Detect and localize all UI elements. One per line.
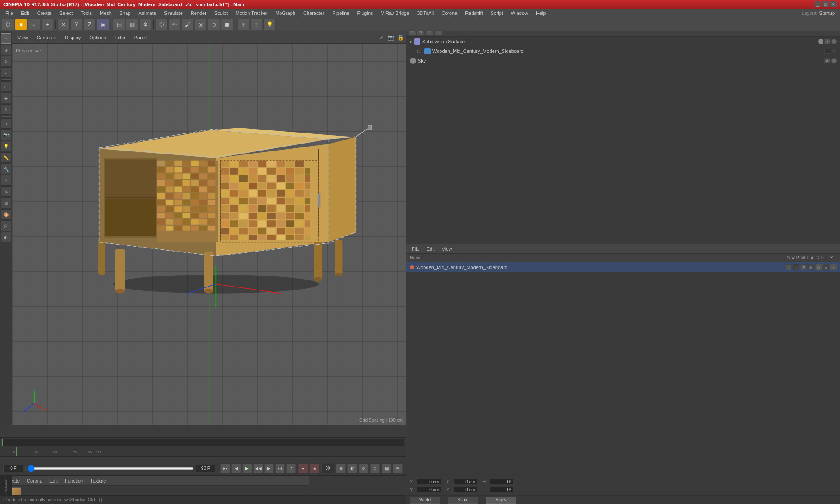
tree-sky-dot[interactable]	[831, 58, 836, 63]
minimize-button[interactable]: _	[815, 1, 821, 7]
play-button[interactable]: ▶	[242, 464, 252, 473]
toolbar-z[interactable]: Z	[84, 19, 96, 30]
tool-pen[interactable]: ✎	[1, 104, 11, 115]
toolbar-mode3[interactable]: ○	[28, 19, 40, 30]
next-frame-button[interactable]: ▶	[264, 464, 274, 473]
coord-p-value[interactable]: 0°	[490, 486, 514, 493]
mode-btn4[interactable]: □	[370, 464, 380, 473]
tool-deform[interactable]: ⊗	[1, 186, 11, 197]
viewport-icon-expand[interactable]: ⤢	[377, 34, 385, 42]
coord-x2-value[interactable]: 0 cm	[453, 479, 477, 485]
tool-camera[interactable]: 📷	[1, 130, 11, 140]
material-function-tab[interactable]: Function	[63, 477, 85, 484]
menu-pipeline[interactable]: Pipeline	[329, 10, 353, 17]
mode-btn3[interactable]: ⊙	[359, 464, 368, 473]
timeline-bar[interactable]	[0, 438, 406, 447]
viewport-menu-cameras[interactable]: Cameras	[33, 34, 60, 41]
current-frame-input[interactable]	[4, 465, 23, 472]
tree-sky-checkmark[interactable]: ✓	[824, 58, 830, 63]
loop-button[interactable]: ↺	[286, 464, 296, 473]
tool-scale[interactable]: ⤢	[1, 67, 11, 78]
attr-icon4[interactable]: ▤	[808, 264, 814, 270]
menu-mograph[interactable]: MoGraph	[272, 10, 299, 17]
menu-mesh[interactable]: Mesh	[96, 10, 115, 17]
viewport-menu-filter[interactable]: Filter	[111, 34, 129, 41]
toolbar-fill[interactable]: ◇	[208, 19, 220, 30]
tool-rotate[interactable]: ↻	[1, 56, 11, 66]
toolbar-paint[interactable]: 🖌	[182, 19, 194, 30]
menu-plugins[interactable]: Plugins	[354, 10, 376, 17]
toolbar-eraser[interactable]: ◎	[195, 19, 207, 30]
menu-create[interactable]: Create	[34, 10, 55, 17]
tree-dot-s[interactable]	[818, 39, 823, 44]
stop-button[interactable]: ■	[310, 464, 319, 473]
viewport-menu-view[interactable]: View	[14, 34, 32, 41]
toolbar-mode2[interactable]: ■	[15, 19, 27, 30]
toolbar-render-region[interactable]: ▤	[113, 19, 125, 30]
mode-btn2[interactable]: ◐	[347, 464, 357, 473]
world-button[interactable]: World	[410, 497, 440, 504]
viewport-menu-display[interactable]: Display	[61, 34, 84, 41]
toolbar-dots[interactable]: ⊡	[250, 19, 262, 30]
toolbar-obj-mode[interactable]: ▣	[97, 19, 109, 30]
menu-file[interactable]: File	[2, 10, 17, 17]
coord-y2-value[interactable]: 0 cm	[453, 486, 477, 493]
toolbar-layout1[interactable]: ⊞	[237, 19, 249, 30]
coord-x-value[interactable]: 0 cm	[417, 479, 441, 485]
tool-select[interactable]: ↖	[1, 33, 11, 44]
material-corona-tab[interactable]: Corona	[25, 477, 44, 484]
menu-vray[interactable]: V-Ray Bridge	[378, 10, 413, 17]
play-reverse-button[interactable]: ◀◀	[253, 464, 263, 473]
menu-script[interactable]: Script	[487, 10, 507, 17]
window-controls[interactable]: _ □ ✕	[815, 1, 836, 7]
attr-icon5[interactable]: □	[816, 264, 822, 270]
go-start-button[interactable]: ⏮	[220, 464, 230, 473]
tool-spline[interactable]: ∿	[1, 118, 11, 129]
tree-sideboard-dot[interactable]	[831, 49, 836, 54]
close-button[interactable]: ✕	[830, 1, 836, 7]
toolbar-render-pic[interactable]: ▥	[126, 19, 138, 30]
tool-live-selection[interactable]	[1, 79, 11, 80]
scale-button[interactable]: Scale	[448, 497, 478, 504]
viewport-icon-lock[interactable]: 🔒	[396, 34, 404, 42]
tool-extra1[interactable]: ◎	[1, 220, 11, 231]
material-edit-tab[interactable]: Edit	[48, 477, 60, 484]
attr-icon6[interactable]: ◈	[823, 264, 829, 270]
tool-move[interactable]: ⊕	[1, 45, 11, 55]
attr-icon3[interactable]: ≡	[801, 264, 807, 270]
mode-btn6[interactable]: ≡	[393, 464, 402, 473]
menu-sculpt[interactable]: Sculpt	[211, 10, 231, 17]
toolbar-mode4[interactable]: +	[41, 19, 53, 30]
toolbar-light[interactable]: 💡	[263, 19, 276, 30]
menu-render[interactable]: Render	[187, 10, 210, 17]
menu-3dtoall[interactable]: 3DToAll	[413, 10, 437, 17]
material-texture-tab[interactable]: Texture	[88, 477, 108, 484]
tree-item-subdivision[interactable]: ▸ Subdivision Surface ✓	[406, 37, 840, 46]
tool-grid[interactable]: ⊞	[1, 198, 11, 208]
menu-help[interactable]: Help	[532, 10, 550, 17]
tool-poly[interactable]: ◈	[1, 93, 11, 103]
menu-edit[interactable]: Edit	[18, 10, 33, 17]
tool-rect-select[interactable]: □	[1, 81, 11, 92]
attr-icon7[interactable]: ▸	[830, 264, 836, 270]
coord-h-value[interactable]: 0°	[490, 479, 514, 485]
menu-animate[interactable]: Animate	[135, 10, 160, 17]
go-end-button[interactable]: ⏭	[275, 464, 285, 473]
tool-twist[interactable]: $	[1, 175, 11, 186]
viewport-icon-camera[interactable]: 📷	[387, 34, 395, 42]
attr-view-menu[interactable]: View	[440, 245, 454, 252]
mode-btn5[interactable]: ▦	[382, 464, 391, 473]
attr-selected-row[interactable]: Wooden_Mid_Century_Modern_Sideboard ≡ ▤ …	[406, 262, 840, 272]
maximize-button[interactable]: □	[822, 1, 829, 7]
menu-character[interactable]: Character	[300, 10, 328, 17]
menu-snap[interactable]: Snap	[116, 10, 134, 17]
attr-file-menu[interactable]: File	[410, 245, 421, 252]
attr-edit-menu[interactable]: Edit	[425, 245, 437, 252]
tree-item-sky[interactable]: Sky ✓	[406, 56, 840, 66]
viewport-menu-panel[interactable]: Panel	[131, 34, 150, 41]
tool-paint2[interactable]: 🎨	[1, 209, 11, 220]
toolbar-brush[interactable]: ✏	[168, 19, 181, 30]
attr-icon1[interactable]	[786, 264, 792, 270]
menu-motion-tracker[interactable]: Motion Tracker	[232, 10, 271, 17]
tool-magnet[interactable]: 🔧	[1, 164, 11, 174]
